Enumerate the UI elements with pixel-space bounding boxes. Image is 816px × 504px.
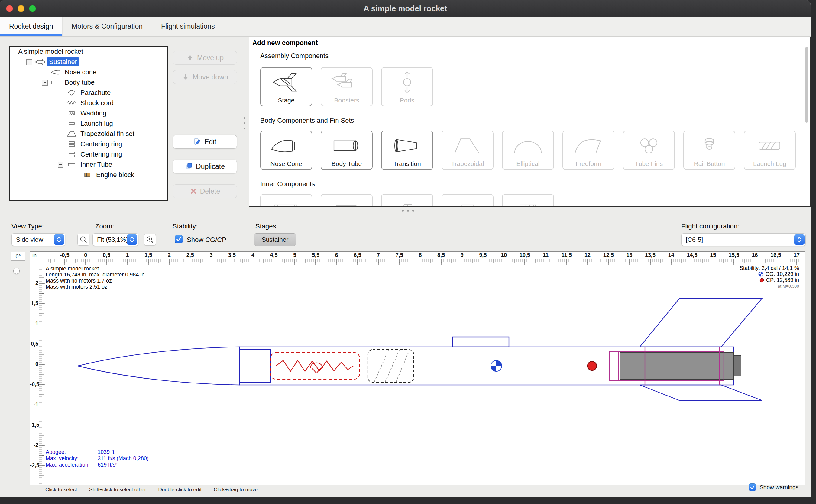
tree-expander-icon[interactable] (42, 80, 48, 86)
freeform-icon (570, 131, 607, 160)
zoom-label: Zoom: (95, 222, 114, 230)
rotation-slider-handle[interactable] (13, 268, 20, 274)
add-card-label: Stage (278, 97, 295, 104)
shock-cord-line (276, 360, 353, 371)
trapezoidal-icon (449, 131, 486, 160)
tab-flight-simulations[interactable]: Flight simulations (152, 17, 224, 36)
motor-casing (620, 352, 734, 380)
tree-item-wadding[interactable]: Wadding (10, 108, 167, 118)
bodytube-icon (328, 131, 365, 160)
hint-text: Double-click to edit (158, 487, 202, 493)
rotation-value: 0° (11, 252, 25, 261)
shockcord-icon (66, 99, 78, 107)
panel-scrollbar[interactable] (805, 47, 808, 123)
stage-toggle-sustainer[interactable]: Sustainer (254, 233, 296, 246)
tree-item-launch-lug[interactable]: Launch lug (10, 118, 167, 129)
chevron-up-down-icon (794, 234, 805, 245)
show-warnings-checkbox[interactable] (749, 483, 756, 491)
flight-summary-row: Max. velocity:311 ft/s (Mach 0,280) (46, 455, 149, 462)
tree-item-trapezoidal-fin-set[interactable]: Trapezoidal fin set (10, 129, 167, 139)
move-down-button: Move down (173, 70, 237, 84)
show-cgcp-label: Show CG/CP (187, 236, 226, 244)
tree-item-label: Parachute (78, 88, 113, 97)
rocket-icon (35, 58, 47, 66)
add-component-panel: Add new component Assembly ComponentsSta… (249, 37, 811, 207)
add-card-label: Trapezoidal (451, 160, 484, 167)
duplicate-button[interactable]: Duplicate (173, 160, 237, 173)
edit-pencil-icon (193, 138, 201, 146)
zoom-in-icon (146, 236, 154, 244)
nosecone-icon (50, 68, 63, 76)
vertical-splitter-handle[interactable] (244, 117, 245, 129)
add-card-innertube2 (321, 194, 373, 207)
tree-expander-icon[interactable] (26, 59, 32, 65)
block-icon (510, 195, 546, 207)
card-row-body-components-and-fin-sets: Nose ConeBody TubeTransitionTrapezoidalE… (260, 131, 796, 170)
tree-item-engine-block[interactable]: Engine block (10, 170, 167, 180)
tree-item-label: Centering ring (78, 150, 124, 159)
tree-expander-icon[interactable] (58, 162, 63, 168)
tab-rocket-design[interactable]: Rocket design (0, 17, 63, 36)
flight-summary-label: Max. velocity: (46, 455, 98, 462)
innertube-icon (66, 161, 78, 169)
move-up-button: Move up (173, 51, 237, 65)
show-warnings-label: Show warnings (759, 484, 798, 491)
add-card-stage[interactable]: Stage (260, 67, 312, 106)
tree-item-centering-ring[interactable]: Centering ring (10, 149, 167, 160)
launchlug-icon (751, 131, 788, 160)
stage-toggle-label: Sustainer (262, 236, 289, 243)
tree-item-nose-cone[interactable]: Nose cone (10, 67, 167, 77)
finset-icon (66, 130, 78, 138)
add-card-bulkhead (381, 194, 433, 207)
tree-item-body-tube[interactable]: Body tube (10, 77, 167, 88)
tree-item-parachute[interactable]: Parachute (10, 88, 167, 98)
add-card-label: Transition (393, 160, 421, 167)
delete-label: Delete (200, 187, 220, 195)
duplicate-label: Duplicate (196, 163, 225, 171)
pods-icon (389, 68, 426, 97)
main-tabbar: Rocket designMotors & ConfigurationFligh… (0, 17, 811, 37)
recovery-components (270, 353, 360, 379)
add-card-boosters: Boosters (321, 67, 373, 106)
edit-button[interactable]: Edit (173, 135, 237, 149)
tree-item-sustainer[interactable]: Sustainer (10, 57, 167, 67)
boosters-icon (328, 68, 365, 97)
tree-item-label: Centering ring (78, 140, 124, 149)
add-card-label: Launch Lug (753, 160, 786, 167)
edit-label: Edit (204, 138, 216, 146)
zoom-in-button[interactable] (144, 234, 156, 246)
add-card-label: Tube Fins (635, 160, 663, 167)
tubefins-icon (630, 131, 667, 160)
horizontal-splitter-handle[interactable] (402, 210, 414, 212)
tree-item-centering-ring[interactable]: Centering ring (10, 139, 167, 149)
add-card-nose-cone[interactable]: Nose Cone (260, 131, 312, 170)
add-card-coupler (260, 194, 312, 207)
tree-item-inner-tube[interactable]: Inner Tube (10, 160, 167, 170)
zoom-select[interactable]: Fit (53,1%) (92, 233, 138, 246)
add-card-trapezoidal: Trapezoidal (442, 131, 494, 170)
add-card-rail-button: Rail Button (683, 131, 735, 170)
delete-button: Delete (173, 184, 237, 198)
flight-summary-value: 311 ft/s (Mach 0,280) (98, 455, 149, 462)
view-type-select[interactable]: Side view (11, 233, 65, 246)
railbutton-icon (691, 131, 728, 160)
tree-item-label: Sustainer (47, 57, 79, 66)
add-card-transition[interactable]: Transition (381, 131, 433, 170)
tree-item-shock-cord[interactable]: Shock cord (10, 98, 167, 108)
section-title-assembly-components: Assembly Components (260, 52, 329, 60)
tree-item-label: Engine block (94, 170, 136, 179)
launch-lug-outline (452, 337, 509, 347)
view-type-value: Side view (16, 236, 43, 243)
show-cgcp-checkbox[interactable] (175, 235, 183, 243)
tree-root-item[interactable]: A simple model rocket (10, 47, 167, 57)
card-row-inner-components (260, 194, 554, 207)
wadding-outline (368, 350, 414, 382)
zoom-out-button[interactable] (77, 234, 89, 246)
add-card-body-tube[interactable]: Body Tube (321, 131, 373, 170)
arrow-down-icon (182, 73, 189, 81)
add-card-label: Pods (400, 97, 414, 104)
bodytube-icon (50, 79, 63, 86)
flight-configuration-select[interactable]: [C6-5] (681, 233, 806, 246)
tree-item-label: Launch lug (78, 119, 115, 128)
tab-motors-configuration[interactable]: Motors & Configuration (63, 17, 152, 36)
